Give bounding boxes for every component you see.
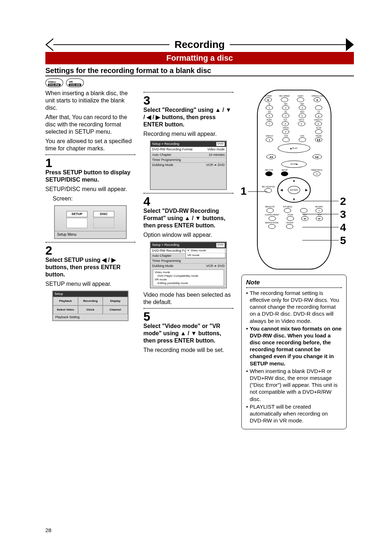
menu-cell: Select Video [53,305,78,314]
page-title: Recording [170,39,230,50]
menu-cell: Channel [103,305,128,314]
power-button: ⏻ [265,97,272,102]
badge-dvdrw-vr: VR DVD-RW [66,78,84,87]
step-number: 5 [143,310,233,323]
option-popup: ✔ Video mode VR mode [185,248,225,258]
menu-row-label: Auto Chapter [152,153,171,157]
enter-button: ENTER [288,186,300,194]
menu-row-label: DVD-RW Recording Format [152,147,192,151]
column-1: When inserting a blank disc, the unit st… [45,90,135,429]
rewind-button: ◀◀ [266,154,276,159]
setup-menu-screen: Setup Playback Recording Display Select … [52,291,128,321]
note-item: When inserting a blank DVD+R or DVD+RW d… [246,368,342,402]
step-detail: SETUP/DISC menu will appear. [45,186,135,193]
menu-cell: Playback [53,297,78,305]
step-detail: The recording mode will be set. [143,347,233,354]
column-3: POWER⏻ REC SPEED AUDIO OPEN/CLOSE⏏ @1 AB… [241,90,347,429]
step-detail: Option window will appear. [143,231,233,239]
step-divider [45,154,135,155]
menu-caption: Playback Setting [53,314,128,320]
note-item: You cannot mix two formats on one DVD-RW… [246,325,342,367]
chevron-right-icon [346,38,354,51]
callout-2: 2 [339,195,347,207]
setup-disc-screen: SETUP DISC Setup Menu [54,205,127,239]
callout-4: 4 [339,221,347,234]
intro-text: You are allowed to set a specified time … [45,138,135,152]
callout-3: 3 [339,208,347,220]
note-item: PLAYLIST will be created automatically w… [246,403,342,424]
setup-tab: SETUP [66,211,87,217]
menu-row-label: Dubbing Mode [152,264,173,268]
intro-text: After that, You can record to the disc w… [45,114,135,135]
rec-button [265,171,273,176]
step-number: 2 [45,244,135,256]
note-box: Note The recording format setting is eff… [241,275,347,429]
menu-row-label: Dubbing Mode [152,163,173,167]
step-instruction: Select "Video mode" or "VR mode" using ▲… [143,323,233,344]
mode-description: Video mode DVD Player Compatibility mode… [153,270,224,286]
disc-type-badges: Video DVD-RW VR DVD-RW [45,78,354,88]
menu-row-label: DVD-RW Recording Form [152,249,190,253]
step-after: Video mode has been selected as the defa… [143,291,233,306]
menu-row-label: Timer Programming [152,259,181,263]
step-detail: SETUP menu will appear. [45,280,135,288]
step-divider [143,308,233,309]
step-divider [143,193,233,194]
screen-caption: Setup Menu [55,231,126,238]
subsection-bar: Formatting a disc [45,52,354,64]
step-divider [45,242,135,243]
menu-row-value: Video mode [207,147,225,151]
menu-row-label: Auto Chapter [152,254,171,258]
dvd-badge: DVD [216,142,225,146]
note-item: The recording format setting is effectiv… [246,289,342,324]
recording-option-screen: Setup > RecordingDVD DVD-RW Recording Fo… [150,242,227,288]
step-instruction: Select SETUP using ◀ / ▶ buttons, then p… [45,256,135,278]
callout-5: 5 [339,234,347,247]
step-detail: Recording menu will appear. [143,130,233,138]
remote-control-diagram: POWER⏻ REC SPEED AUDIO OPEN/CLOSE⏏ @1 AB… [257,90,331,270]
eject-button: ⏏ [314,97,321,102]
callout-1: 1 [239,185,248,197]
breadcrumb: Setup > Recording [152,243,179,247]
dvd-badge: DVD [216,243,225,247]
step-number: 4 [143,195,233,207]
step-instruction: Press SETUP button to display SETUP/DISC… [45,169,135,183]
section-header: Recording [45,38,354,51]
menu-cell: Recording [78,297,103,305]
screen-label: Screen: [45,195,135,202]
recording-menu-screen: Setup > RecordingDVD DVD-RW Recording Fo… [150,141,227,190]
badge-dvdrw-video: Video DVD-RW [45,78,63,87]
play-button: ▶ PLAY [278,143,310,153]
step-instruction: Select "DVD-RW Recording Format" using ▲… [143,207,233,229]
step-instruction: Select "Recording" using ▲ / ▼ / ◀ / ▶ b… [143,106,233,128]
menu-cell: Display [103,297,128,305]
ffwd-button: ▶▶ [313,154,322,159]
step-number: 1 [45,157,135,169]
menu-row-value: VCR ➔ DVD [206,163,225,167]
intro-text: When inserting a blank disc, the unit st… [45,90,135,112]
stop-button: STOP ■ [281,161,307,168]
subsection-heading: Settings for the recording format to a b… [45,66,354,76]
menu-row-value: 10 minutes [209,153,225,157]
breadcrumb: Setup > Recording [152,142,179,146]
disc-tab: DISC [93,211,114,217]
nav-ring: ▲▼◀▶ ENTER [277,177,311,203]
page-number: 28 [45,527,52,533]
column-2: 3 Select "Recording" using ▲ / ▼ / ◀ / ▶… [143,90,233,429]
step-number: 3 [143,94,233,106]
menu-cell: Clock [78,305,103,314]
menu-header: Setup [53,291,128,297]
menu-row-label: Timer Programming [152,158,181,162]
setup-button [281,171,288,176]
note-title: Note [246,279,260,286]
step-divider [143,92,233,93]
menu-row-value: VCR ➔ DVD [206,264,225,268]
